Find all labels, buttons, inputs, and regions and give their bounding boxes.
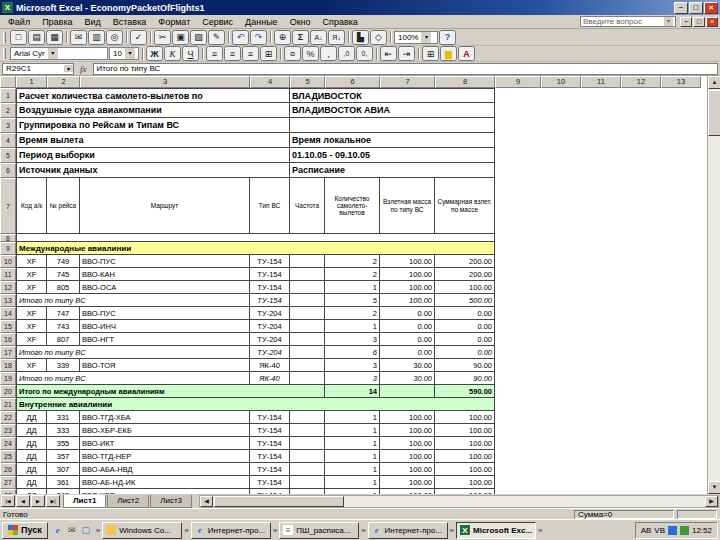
mail-icon[interactable]: ✉: [70, 30, 87, 45]
cell[interactable]: [290, 437, 325, 450]
cell[interactable]: 743: [47, 320, 80, 333]
cell[interactable]: XF: [16, 268, 47, 281]
cell[interactable]: Итого по международным авиалиниям: [16, 385, 325, 398]
overflow-chevron-icon[interactable]: »: [96, 526, 100, 535]
vertical-scrollbar[interactable]: ▲ ▼: [707, 76, 720, 494]
cell[interactable]: 100.00: [380, 437, 435, 450]
cell[interactable]: 100.00: [435, 463, 495, 476]
cell[interactable]: XF: [16, 255, 47, 268]
cell[interactable]: ТУ-204: [250, 346, 290, 359]
name-box[interactable]: R29C1 ▾: [2, 63, 74, 75]
cell[interactable]: [290, 372, 325, 385]
save-icon[interactable]: ▦: [46, 30, 63, 45]
taskbar-window-button[interactable]: Windows Co...: [102, 522, 182, 539]
cell[interactable]: 500.00: [435, 294, 495, 307]
ask-question-box[interactable]: Введите вопрос ▾: [580, 16, 676, 27]
cell[interactable]: XF: [16, 307, 47, 320]
cell[interactable]: 3: [325, 359, 380, 372]
cell[interactable]: 0.00: [380, 346, 435, 359]
preview-icon[interactable]: ◎: [106, 30, 123, 45]
cell[interactable]: ДД: [16, 437, 47, 450]
prev-sheet-icon[interactable]: ◀: [16, 495, 30, 507]
row-header[interactable]: 16: [0, 333, 16, 346]
mail-icon[interactable]: ✉: [66, 524, 78, 536]
cell[interactable]: Международные авиалинии: [16, 242, 495, 255]
cell[interactable]: 355: [47, 437, 80, 450]
sum-icon[interactable]: Σ: [292, 30, 309, 45]
desktop-icon[interactable]: ▢: [80, 524, 92, 536]
column-header[interactable]: 3: [80, 76, 250, 88]
comma-button[interactable]: ,: [320, 46, 337, 61]
underline-button[interactable]: Ч: [182, 46, 199, 61]
row-header[interactable]: 25: [0, 450, 16, 463]
row-header[interactable]: 15: [0, 320, 16, 333]
cell[interactable]: ДД: [16, 450, 47, 463]
row-header[interactable]: 12: [0, 281, 16, 294]
dec-decimal-button[interactable]: 0,: [356, 46, 373, 61]
maximize-button[interactable]: □: [689, 2, 703, 14]
column-header[interactable]: 6: [325, 76, 380, 88]
cell[interactable]: 100.00: [380, 294, 435, 307]
cell[interactable]: 200.00: [435, 268, 495, 281]
cell[interactable]: ТУ-204: [250, 333, 290, 346]
cell[interactable]: ДД: [16, 463, 47, 476]
menu-format[interactable]: Формат: [152, 16, 196, 28]
cell[interactable]: [290, 411, 325, 424]
first-sheet-icon[interactable]: |◀: [1, 495, 15, 507]
cell[interactable]: ТУ-154: [250, 411, 290, 424]
cell[interactable]: 3: [325, 333, 380, 346]
cell[interactable]: 1: [325, 424, 380, 437]
cell[interactable]: [290, 476, 325, 489]
cell[interactable]: 100.00: [435, 450, 495, 463]
cell[interactable]: Код а/к: [16, 178, 47, 234]
cell[interactable]: 100.00: [380, 281, 435, 294]
row-header[interactable]: 22: [0, 411, 16, 424]
cell[interactable]: 0.00: [435, 346, 495, 359]
dec-indent-button[interactable]: ⇤: [380, 46, 397, 61]
column-header[interactable]: 4: [250, 76, 290, 88]
cell[interactable]: 1: [325, 437, 380, 450]
cell[interactable]: 100.00: [380, 268, 435, 281]
draw-icon[interactable]: ◇: [370, 30, 387, 45]
fill-color-button[interactable]: ▆: [440, 46, 457, 61]
cell[interactable]: 1: [325, 281, 380, 294]
cell[interactable]: ВВО-ХБР-ЕКБ: [80, 424, 250, 437]
formula-input[interactable]: Итого по типу ВС: [93, 63, 719, 75]
taskbar-window-button[interactable]: ≡ПШ_расписа...: [279, 522, 359, 539]
cell[interactable]: 333: [47, 424, 80, 437]
row-header[interactable]: 11: [0, 268, 16, 281]
overflow-chevron-icon[interactable]: »: [184, 526, 188, 535]
row-header[interactable]: 6: [0, 163, 16, 178]
cell[interactable]: 805: [47, 281, 80, 294]
row-header[interactable]: 10: [0, 255, 16, 268]
cell[interactable]: 100.00: [435, 476, 495, 489]
tray-indicator[interactable]: VB: [654, 526, 665, 535]
zoom-combo[interactable]: 100%▾: [394, 31, 438, 44]
cell[interactable]: ЯК-40: [250, 372, 290, 385]
cell[interactable]: 747: [47, 307, 80, 320]
cell[interactable]: Внутренние авиалинии: [16, 398, 495, 411]
row-header[interactable]: 1: [0, 88, 16, 103]
cell[interactable]: Итого по типу ВС: [16, 372, 250, 385]
menu-edit[interactable]: Правка: [36, 16, 78, 28]
cell[interactable]: Время вылета: [16, 133, 290, 148]
cell[interactable]: 01.10.05 - 09.10.05: [290, 148, 495, 163]
chevron-down-icon[interactable]: ▾: [48, 48, 58, 59]
cell[interactable]: ВВО-КАН: [80, 268, 250, 281]
chart-icon[interactable]: ▙: [352, 30, 369, 45]
column-header[interactable]: 1: [16, 76, 47, 88]
scroll-up-icon[interactable]: ▲: [708, 76, 720, 89]
cell[interactable]: Группировка по Рейсам и Типам ВС: [16, 118, 290, 133]
cell[interactable]: 1: [325, 463, 380, 476]
row-header[interactable]: 2: [0, 103, 16, 118]
cell[interactable]: Количество самолето-вылетов: [325, 178, 380, 234]
cell[interactable]: Итого по типу ВС: [16, 346, 250, 359]
row-header[interactable]: 9: [0, 242, 16, 255]
column-header[interactable]: 11: [581, 76, 621, 88]
chevron-down-icon[interactable]: ▾: [125, 48, 135, 59]
cell[interactable]: 100.00: [380, 255, 435, 268]
cell[interactable]: 200.00: [435, 255, 495, 268]
taskbar-window-button[interactable]: eИнтернет-про...: [191, 522, 271, 539]
cell[interactable]: ВВО-ПУС: [80, 255, 250, 268]
sort-desc-icon[interactable]: Я↓: [328, 30, 345, 45]
